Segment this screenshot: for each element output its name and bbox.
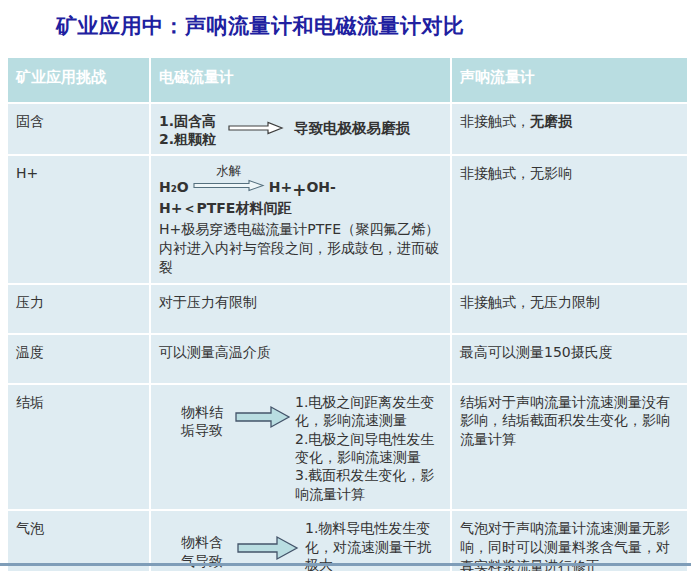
solids-cause-2: 2.粗颗粒 [159, 130, 216, 148]
table-row-solids: 固含 1.固含高 2.粗颗粒 导致电极极易磨损 非接触式，无磨损 [8, 104, 687, 154]
comparison-table: 矿业应用挑战 电磁流量计 声呐流量计 固含 1.固含高 2.粗颗粒 导致电极极易… [6, 56, 689, 571]
formula-oh: OH- [306, 178, 335, 197]
cell-em-scaling: 物料结垢导致 1.电极之间距离发生变化，影响流速测量 2.电极之间导电性发生变化… [151, 385, 450, 510]
cell-em-pressure: 对于压力有限制 [151, 285, 450, 333]
cell-challenge-scaling: 结垢 [8, 385, 149, 510]
scaling-effect-1: 1.电极之间距离发生变化，影响流速测量 [295, 393, 442, 430]
ptfe-gap-line: H+＜PTFE材料间距 [159, 199, 442, 218]
right-arrow-icon [228, 121, 284, 140]
cell-challenge-solids: 固含 [8, 104, 149, 154]
cell-sonar-pressure: 非接触式，无压力限制 [452, 285, 687, 333]
table-row-scaling: 结垢 物料结垢导致 1.电极之间距离发生变化，影响流速测量 2.电极之间导电性发… [8, 385, 687, 510]
solids-effect: 导致电极极易磨损 [294, 119, 410, 139]
cell-sonar-temperature: 最高可以测量150摄氏度 [452, 335, 687, 383]
table-row-pressure: 压力 对于压力有限制 非接触式，无压力限制 [8, 285, 687, 333]
bottom-divider [0, 563, 691, 566]
sonar-solids-text: 非接触式， [460, 113, 530, 129]
cell-sonar-solids: 非接触式，无磨损 [452, 104, 687, 154]
scaling-cause: 物料结垢导致 [181, 403, 233, 439]
scaling-effect-2: 2.电极之间导电性发生变化，影响流速测量 [295, 430, 442, 467]
solids-cause-1: 1.固含高 [159, 112, 216, 130]
cell-em-hplus: H₂O 水解 H+ + OH- H+＜PTFE材料间距 H+极易穿透电磁流量计P… [151, 156, 450, 282]
scaling-effects: 1.电极之间距离发生变化，影响流速测量 2.电极之间导电性发生变化，影响流速测量… [295, 393, 442, 504]
formula-hplus: H+ [269, 178, 292, 197]
cell-sonar-scaling: 结垢对于声呐流量计流速测量没有影响，结垢截面积发生变化，影响流量计算 [452, 385, 687, 510]
header-electromagnetic: 电磁流量计 [151, 58, 450, 102]
scaling-effect-3: 3.截面积发生变化，影响流量计算 [295, 466, 442, 503]
cell-em-solids: 1.固含高 2.粗颗粒 导致电极极易磨损 [151, 104, 450, 154]
cell-challenge-temperature: 温度 [8, 335, 149, 383]
formula-h2o: H₂O [159, 178, 189, 197]
formula-plus: + [292, 182, 306, 199]
block-arrow-icon [237, 535, 299, 566]
cell-sonar-hplus: 非接触式，无影响 [452, 156, 687, 282]
hydrolysis-label: 水解 [216, 164, 241, 178]
cell-challenge-hplus: H+ [8, 156, 149, 282]
solids-cause-list: 1.固含高 2.粗颗粒 [159, 112, 216, 148]
table-row-temperature: 温度 可以测量高温介质 最高可以测量150摄氏度 [8, 335, 687, 383]
cell-em-temperature: 可以测量高温介质 [151, 335, 450, 383]
cell-challenge-pressure: 压力 [8, 285, 149, 333]
header-challenge: 矿业应用挑战 [8, 58, 149, 102]
table-header-row: 矿业应用挑战 电磁流量计 声呐流量计 [8, 58, 687, 102]
header-sonar: 声呐流量计 [452, 58, 687, 102]
block-arrow-icon [235, 405, 291, 434]
page-title: 矿业应用中：声呐流量计和电磁流量计对比 [0, 0, 691, 40]
right-arrow-icon [193, 178, 265, 197]
hplus-paragraph: H+极易穿透电磁流量计PTFE（聚四氟乙烯）内衬进入内衬与管段之间，形成鼓包，进… [159, 220, 442, 277]
hydrolysis-formula: H₂O 水解 H+ + OH- [159, 164, 442, 197]
table-row-hplus: H+ H₂O 水解 H+ + OH- H+＜PTFE材料间距 H+极易穿透电磁流… [8, 156, 687, 282]
sonar-solids-bold: 无磨损 [530, 113, 572, 129]
